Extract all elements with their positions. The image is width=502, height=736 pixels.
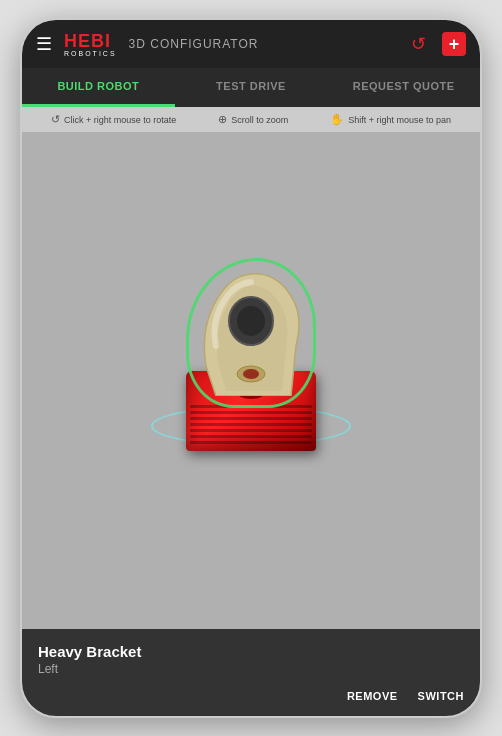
tab-test-drive[interactable]: TEST DRIVE: [175, 68, 328, 107]
rotate-hint-text: Click + right mouse to rotate: [64, 115, 176, 125]
ridge: [190, 411, 312, 414]
logo-area: HEBI ROBOTICS: [64, 32, 117, 57]
header: ☰ HEBI ROBOTICS 3D CONFIGURATOR ↺ +: [22, 20, 480, 68]
part-side: Left: [38, 662, 464, 676]
pan-hint: ✋ Shift + right mouse to pan: [330, 113, 451, 126]
header-actions: ↺ +: [404, 30, 466, 58]
rotate-hint: ↺ Click + right mouse to rotate: [51, 113, 176, 126]
ridge: [190, 441, 312, 444]
ridge: [190, 429, 312, 432]
3d-viewport[interactable]: [22, 132, 480, 629]
remove-button[interactable]: REMOVE: [347, 686, 398, 706]
tabs-bar: BUILD ROBOT TEST DRIVE REQUEST QUOTE: [22, 68, 480, 107]
tab-build-robot[interactable]: BUILD ROBOT: [22, 68, 175, 107]
info-actions: REMOVE SWITCH: [38, 686, 464, 706]
zoom-hint: ⊕ Scroll to zoom: [218, 113, 288, 126]
bracket-body: [196, 266, 306, 396]
tab-request-quote[interactable]: REQUEST QUOTE: [327, 68, 480, 107]
logo-hebi: HEBI: [64, 32, 117, 50]
scene-container: [22, 132, 480, 629]
switch-button[interactable]: SWITCH: [418, 686, 464, 706]
part-name: Heavy Bracket: [38, 643, 464, 660]
logo-robotics: ROBOTICS: [64, 50, 117, 57]
pan-hint-text: Shift + right mouse to pan: [348, 115, 451, 125]
zoom-icon: ⊕: [218, 113, 227, 126]
ridge: [190, 435, 312, 438]
zoom-hint-text: Scroll to zoom: [231, 115, 288, 125]
header-title: 3D CONFIGURATOR: [129, 37, 404, 51]
ridge: [190, 417, 312, 420]
bracket-wrapper: [196, 266, 306, 396]
device-frame: ☰ HEBI ROBOTICS 3D CONFIGURATOR ↺ + BUIL…: [20, 18, 482, 718]
info-panel: Heavy Bracket Left REMOVE SWITCH: [22, 629, 480, 716]
rotate-icon: ↺: [51, 113, 60, 126]
ridge: [190, 423, 312, 426]
toolbar-hints: ↺ Click + right mouse to rotate ⊕ Scroll…: [22, 107, 480, 132]
hamburger-icon[interactable]: ☰: [36, 33, 52, 55]
pan-icon: ✋: [330, 113, 344, 126]
robot-scene: [141, 256, 361, 506]
actuator-ridges: [186, 401, 316, 451]
add-icon[interactable]: +: [442, 32, 466, 56]
refresh-icon[interactable]: ↺: [404, 30, 432, 58]
